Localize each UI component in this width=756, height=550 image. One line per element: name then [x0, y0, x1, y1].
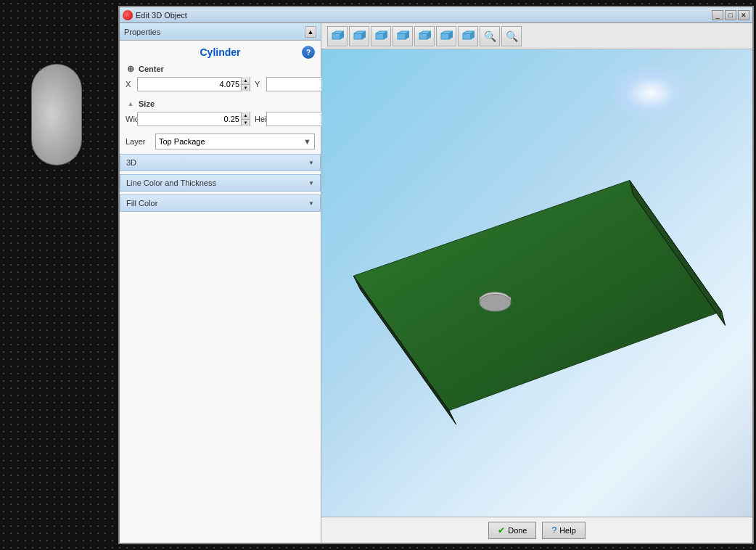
- help-button-icon: ?: [551, 525, 556, 535]
- zoom-out-button[interactable]: 🔍: [480, 26, 500, 46]
- minimize-button[interactable]: _: [712, 10, 723, 20]
- width-spinner: ▲ ▼: [241, 112, 250, 126]
- 3d-scene-svg: [321, 49, 752, 517]
- section-fill-color[interactable]: Fill Color ▼: [120, 194, 321, 212]
- help-icon-button[interactable]: ?: [302, 46, 315, 59]
- svg-rect-3: [354, 33, 362, 39]
- view-front-button[interactable]: [327, 26, 348, 46]
- properties-label: Properties: [124, 28, 160, 36]
- x-spin-up[interactable]: ▲: [242, 77, 250, 85]
- x-input-group: ▲ ▼: [137, 77, 250, 91]
- section-fill-color-label: Fill Color: [126, 199, 157, 208]
- layer-value: Top Package: [159, 137, 205, 146]
- size-icon: [126, 99, 136, 109]
- view-bottom-button[interactable]: [436, 26, 456, 46]
- view-3d-button[interactable]: [458, 26, 478, 46]
- object-type-label: Cylinder: [200, 46, 240, 58]
- x-coord-row: X ▲ ▼ Y ▲ ▼: [126, 77, 315, 91]
- x-spinner: ▲ ▼: [241, 77, 250, 91]
- width-input-group: ▲ ▼: [137, 112, 250, 126]
- view-left-button[interactable]: [371, 26, 391, 46]
- app-icon: [123, 10, 133, 20]
- x-spin-down[interactable]: ▼: [242, 85, 250, 92]
- svg-rect-15: [441, 33, 449, 39]
- title-bar: Edit 3D Object _ □ ✕: [120, 7, 752, 23]
- center-label-row: Center: [126, 64, 315, 74]
- section-3d-label: 3D: [126, 158, 136, 167]
- maximize-button[interactable]: □: [725, 10, 736, 20]
- width-spin-up[interactable]: ▲: [242, 112, 250, 120]
- svg-rect-9: [398, 33, 406, 39]
- section-3d-header: 3D ▼: [120, 155, 320, 171]
- y-label: Y: [255, 80, 262, 89]
- width-label: Width: [126, 115, 133, 123]
- x-input[interactable]: [138, 78, 241, 91]
- width-input[interactable]: [138, 112, 241, 126]
- done-button[interactable]: ✔ Done: [488, 522, 536, 539]
- section-fill-color-header: Fill Color ▼: [120, 195, 320, 211]
- view-back-button[interactable]: [349, 26, 369, 46]
- crosshair-icon: [126, 64, 136, 74]
- title-buttons: _ □ ✕: [712, 10, 749, 20]
- center-label: Center: [139, 65, 164, 73]
- section-line-color-arrow: ▼: [308, 180, 314, 186]
- section-3d[interactable]: 3D ▼: [120, 154, 321, 171]
- close-button[interactable]: ✕: [738, 10, 749, 20]
- zoom-in-button[interactable]: 🔍: [501, 26, 522, 46]
- size-section: Size Width ▲ ▼ Height: [120, 96, 321, 131]
- bottom-bar: ✔ Done ? Help: [321, 517, 752, 543]
- help-button[interactable]: ? Help: [542, 522, 585, 539]
- main-window: Edit 3D Object _ □ ✕ Properties ▲ Cylind…: [118, 6, 754, 544]
- layer-dropdown[interactable]: Top Package ▼: [155, 134, 315, 149]
- view-top-button[interactable]: [414, 26, 435, 46]
- section-fill-color-arrow: ▼: [308, 200, 314, 207]
- svg-marker-21: [353, 181, 721, 411]
- side-thumbnail: [0, 6, 112, 223]
- view-toolbar: 🔍 🔍: [321, 23, 752, 49]
- section-3d-arrow: ▼: [308, 160, 314, 166]
- size-row: Width ▲ ▼ Height ▲ ▼: [126, 112, 315, 126]
- svg-rect-6: [376, 33, 384, 39]
- x-label: X: [126, 80, 133, 89]
- section-line-color-header: Line Color and Thickness ▼: [120, 175, 320, 191]
- width-spin-down[interactable]: ▼: [242, 120, 250, 127]
- center-section: Center X ▲ ▼ Y ▲: [120, 61, 321, 96]
- layer-label: Layer: [126, 137, 151, 146]
- done-icon: ✔: [498, 525, 505, 535]
- properties-scroll-button[interactable]: ▲: [305, 26, 316, 38]
- svg-rect-18: [463, 33, 471, 39]
- view-right-button[interactable]: [393, 26, 413, 46]
- title-bar-left: Edit 3D Object: [123, 10, 187, 20]
- svg-rect-0: [332, 33, 340, 39]
- layer-row: Layer Top Package ▼: [120, 131, 321, 152]
- 3d-viewport[interactable]: [321, 49, 752, 517]
- section-line-color[interactable]: Line Color and Thickness ▼: [120, 174, 321, 192]
- svg-point-26: [480, 295, 511, 311]
- section-line-color-label: Line Color and Thickness: [126, 178, 216, 187]
- svg-rect-12: [419, 33, 427, 39]
- properties-header: Properties ▲: [120, 23, 321, 41]
- right-panel: 🔍 🔍: [321, 23, 752, 543]
- layer-dropdown-arrow: ▼: [303, 137, 311, 146]
- cylinder-title-row: Cylinder ?: [120, 41, 321, 61]
- height-label: Height: [255, 115, 262, 123]
- size-label: Size: [139, 99, 155, 108]
- content-area: Properties ▲ Cylinder ? Center X: [120, 23, 752, 543]
- done-label: Done: [508, 526, 527, 535]
- window-title: Edit 3D Object: [136, 11, 187, 20]
- help-label: Help: [559, 526, 576, 535]
- left-panel: Properties ▲ Cylinder ? Center X: [120, 23, 321, 543]
- size-label-row: Size: [126, 99, 315, 109]
- cylinder-preview: [31, 64, 82, 165]
